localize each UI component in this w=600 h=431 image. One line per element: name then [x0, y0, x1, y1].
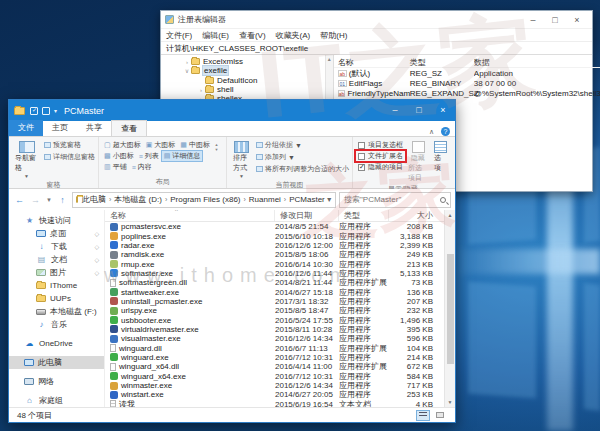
properties-icon[interactable] — [30, 107, 38, 115]
tab-file[interactable]: 文件 — [9, 120, 43, 136]
sort-by-button[interactable]: 排序方式 ▼ — [230, 140, 253, 180]
value-row[interactable]: abFriendlyTypeName REG_EXPAND_SZ @%Syste… — [334, 88, 600, 98]
menu-edit[interactable]: 编辑(E) — [197, 30, 234, 41]
file-row[interactable]: pcmastersvc.exe2014/8/5 21:54应用程序208 KB — [105, 222, 444, 231]
up-icon[interactable]: ↑ — [56, 195, 69, 205]
column-header-size[interactable]: 大小 — [389, 210, 439, 221]
sidebar-item-uups[interactable]: UUPs — [9, 292, 104, 305]
column-header-name[interactable]: 名称^ — [105, 210, 275, 221]
preview-pane-button[interactable]: 预览窗格 — [44, 140, 95, 150]
column-header-date[interactable]: 修改日期 — [275, 210, 339, 221]
checkbox-icon[interactable] — [358, 142, 365, 149]
tab-share[interactable]: 共享 — [77, 120, 111, 136]
item-checkboxes-checkbox[interactable]: 项目复选框 — [356, 140, 405, 150]
help-icon[interactable]: ? — [441, 127, 450, 136]
chevron-down-icon[interactable]: ▾ — [54, 107, 57, 114]
details-view-button[interactable] — [416, 410, 430, 421]
menu-view[interactable]: 查看(V) — [234, 30, 271, 41]
file-row[interactable]: softmastergreen.dll2014/8/21 11:44应用程序扩展… — [105, 278, 444, 287]
file-row[interactable]: uninstall_pcmaster.exe2017/3/1 18:32应用程序… — [105, 297, 444, 306]
sidebar-item-homegroup[interactable]: 家庭组 — [9, 394, 104, 407]
size-columns-button[interactable]: 将所有列调整为合适的大小 — [256, 164, 349, 174]
layout-gallery-scrollbar[interactable]: ▲▼ — [213, 140, 220, 154]
registry-address-bar[interactable]: 计算机\HKEY_CLASSES_ROOT\exefile — [161, 42, 592, 55]
file-row[interactable]: starttweaker.exe2014/6/27 15:18应用程序136 K… — [105, 287, 444, 296]
registry-titlebar[interactable]: 注册表编辑器 – □ × — [161, 11, 592, 29]
crumb-drive-d[interactable]: 本地磁盘 (D:) — [113, 194, 163, 205]
column-header-type[interactable]: 类型 — [339, 210, 389, 221]
maximize-button[interactable]: □ — [544, 11, 566, 29]
close-button[interactable]: × — [566, 11, 588, 29]
expander-icon[interactable]: › — [197, 87, 205, 93]
layout-medium-icons[interactable]: ▦中图标 — [178, 140, 212, 150]
scroll-down-icon[interactable]: ▼ — [448, 399, 453, 405]
file-row[interactable]: winguard_x64.exe2016/7/12 10:31应用程序584 K… — [105, 372, 444, 381]
sidebar-item-this-pc[interactable]: 此电脑 — [9, 356, 104, 369]
value-row[interactable]: ab(默认) REG_SZ Application — [334, 68, 600, 78]
sidebar-item-music[interactable]: 音乐 — [9, 318, 104, 331]
scroll-thumb[interactable] — [447, 254, 454, 364]
sidebar-item-desktop[interactable]: 桌面◇ — [9, 227, 104, 240]
value-row[interactable]: 01EditFlags REG_BINARY 38 07 00 00 — [334, 78, 600, 88]
column-name[interactable]: 名称 — [334, 57, 410, 68]
file-row[interactable]: winguard_x64.dll2016/4/14 11:00应用程序扩展672… — [105, 362, 444, 371]
explorer-titlebar[interactable]: ▾ PCMaster – □ × — [9, 100, 455, 121]
crumb-pcmaster[interactable]: PCMaster — [288, 195, 326, 204]
sidebar-item-local-disk-f[interactable]: 本地磁盘 (F:) — [9, 305, 104, 318]
breadcrumb[interactable]: 此电脑› 本地磁盘 (D:)› Program Files (x86)› Rua… — [72, 192, 336, 208]
sidebar-item-onedrive[interactable]: OneDrive — [9, 337, 104, 350]
file-row[interactable]: urlspy.exe2015/8/5 18:47应用程序232 KB — [105, 306, 444, 315]
add-columns-button[interactable]: 添加列 ▼ — [256, 152, 349, 162]
crumb-program-files[interactable]: Program Files (x86) — [169, 195, 241, 204]
expander-icon[interactable]: › — [183, 59, 191, 65]
tab-home[interactable]: 主页 — [43, 120, 77, 136]
checkbox-icon[interactable] — [358, 153, 365, 160]
group-by-button[interactable]: 分组依据 ▼ — [256, 140, 349, 150]
layout-list[interactable]: ≡列表 — [137, 151, 161, 161]
file-extensions-checkbox-highlighted[interactable]: 文件扩展名 — [356, 151, 405, 161]
file-row[interactable]: visualmaster.exe2016/12/6 14:34应用程序596 K… — [105, 334, 444, 343]
menu-favorites[interactable]: 收藏夹(A) — [271, 30, 316, 41]
tree-item[interactable]: DefaultIcon — [161, 76, 333, 85]
tree-item[interactable]: › shell — [161, 85, 333, 94]
file-row[interactable]: 读我2015/6/19 16:54文本文档4 KB — [105, 400, 444, 407]
scroll-up-icon[interactable]: ▲ — [448, 212, 453, 218]
maximize-button[interactable]: □ — [407, 100, 431, 121]
navigation-pane-button[interactable]: 导航窗格 ▼ — [12, 140, 41, 180]
crumb-ruanmei[interactable]: Ruanmei — [248, 195, 282, 204]
column-type[interactable]: 类型 — [410, 57, 474, 68]
layout-small-icons[interactable]: ▩小图标 — [102, 151, 136, 161]
file-row[interactable]: winguard.exe2016/7/12 10:31应用程序214 KB — [105, 353, 444, 362]
file-row[interactable]: virtualdrivemaster.exe2015/8/11 10:28应用程… — [105, 325, 444, 334]
sidebar-item-downloads[interactable]: 下载◇ — [9, 240, 104, 253]
layout-tiles[interactable]: ▥平铺 — [102, 162, 129, 172]
file-row[interactable]: poplines.exe2015/6/10 10:18应用程序3,188 KB — [105, 231, 444, 240]
layout-large-icons[interactable]: ▣大图标 — [144, 140, 178, 150]
file-row[interactable]: ramdisk.exe2015/8/5 18:06应用程序249 KB — [105, 250, 444, 259]
sidebar-item-network[interactable]: 网络 — [9, 375, 104, 388]
file-row[interactable]: usbbooter.exe2016/5/24 17:55应用程序1,496 KB — [105, 315, 444, 324]
close-button[interactable]: × — [431, 100, 455, 121]
details-pane-button[interactable]: 详细信息窗格 — [44, 152, 95, 162]
file-row[interactable]: winmaster.exe2016/12/6 14:34应用程序717 KB — [105, 381, 444, 390]
column-data[interactable]: 数据 — [474, 57, 600, 68]
layout-content[interactable]: ≡内容 — [130, 162, 154, 172]
menu-help[interactable]: 帮助(H) — [315, 30, 352, 41]
back-icon[interactable]: ← — [13, 195, 26, 205]
sidebar-item-pictures[interactable]: 图片◇ — [9, 266, 104, 279]
address-dropdown-icon[interactable]: ▼ — [326, 196, 333, 203]
crumb-this-pc[interactable]: 此电脑 — [81, 194, 107, 205]
collapse-ribbon-icon[interactable]: ∧ — [429, 128, 434, 136]
new-folder-icon[interactable] — [42, 107, 50, 115]
minimize-button[interactable]: – — [383, 100, 407, 121]
thumbnail-view-button[interactable] — [433, 410, 447, 421]
minimize-button[interactable]: – — [522, 11, 544, 29]
file-row[interactable]: softmaster.exe2016/12/6 11:44应用程序5,133 K… — [105, 269, 444, 278]
vertical-scrollbar[interactable]: ▲ ▼ — [444, 210, 455, 407]
file-row[interactable]: winguard.dll2016/6/7 11:13应用程序扩展104 KB — [105, 343, 444, 352]
file-row[interactable]: radar.exe2016/12/6 12:00应用程序2,399 KB — [105, 241, 444, 250]
options-button[interactable]: 选项 — [431, 140, 450, 174]
search-icon[interactable] — [440, 197, 446, 203]
search-input[interactable]: 搜索"PCMaster" — [339, 192, 451, 208]
tab-view[interactable]: 查看 — [111, 120, 147, 136]
